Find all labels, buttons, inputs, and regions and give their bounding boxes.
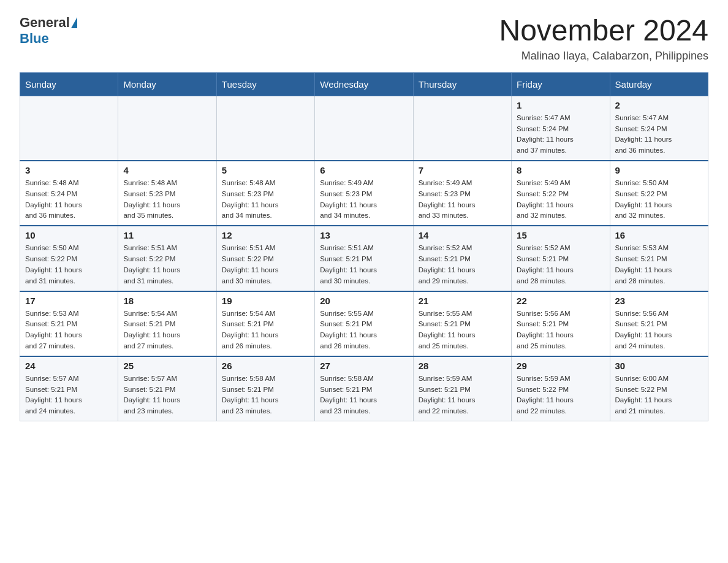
calendar-table: SundayMondayTuesdayWednesdayThursdayFrid…: [20, 72, 708, 421]
calendar-cell: 18Sunrise: 5:54 AM Sunset: 5:21 PM Dayli…: [118, 291, 216, 356]
day-info: Sunrise: 5:59 AM Sunset: 5:22 PM Dayligh…: [517, 373, 604, 417]
day-info: Sunrise: 5:50 AM Sunset: 5:22 PM Dayligh…: [25, 243, 113, 286]
day-number: 8: [517, 165, 604, 175]
day-number: 1: [517, 100, 604, 110]
day-number: 29: [517, 361, 604, 371]
calendar-week-row: 3Sunrise: 5:48 AM Sunset: 5:24 PM Daylig…: [20, 161, 708, 226]
calendar-cell: 3Sunrise: 5:48 AM Sunset: 5:24 PM Daylig…: [20, 161, 118, 226]
day-number: 24: [25, 361, 113, 371]
day-number: 5: [222, 165, 309, 175]
calendar-week-row: 10Sunrise: 5:50 AM Sunset: 5:22 PM Dayli…: [20, 226, 708, 291]
calendar-cell: 7Sunrise: 5:49 AM Sunset: 5:23 PM Daylig…: [413, 161, 511, 226]
day-info: Sunrise: 5:49 AM Sunset: 5:23 PM Dayligh…: [419, 178, 506, 221]
day-info: Sunrise: 5:51 AM Sunset: 5:21 PM Dayligh…: [320, 243, 408, 286]
day-number: 11: [123, 230, 211, 240]
day-info: Sunrise: 5:56 AM Sunset: 5:21 PM Dayligh…: [615, 308, 703, 352]
day-number: 19: [222, 296, 309, 306]
day-number: 12: [222, 230, 309, 240]
day-number: 3: [25, 165, 113, 175]
page-header: General Blue November 2024 Malinao Ilaya…: [20, 15, 708, 63]
calendar-cell: [20, 96, 118, 161]
day-info: Sunrise: 5:57 AM Sunset: 5:21 PM Dayligh…: [25, 373, 113, 417]
calendar-cell: 6Sunrise: 5:49 AM Sunset: 5:23 PM Daylig…: [315, 161, 413, 226]
day-info: Sunrise: 5:51 AM Sunset: 5:22 PM Dayligh…: [222, 243, 309, 286]
calendar-cell: 10Sunrise: 5:50 AM Sunset: 5:22 PM Dayli…: [20, 226, 118, 291]
day-number: 18: [123, 296, 211, 306]
day-number: 23: [615, 296, 703, 306]
day-info: Sunrise: 5:59 AM Sunset: 5:21 PM Dayligh…: [419, 373, 506, 417]
day-info: Sunrise: 5:53 AM Sunset: 5:21 PM Dayligh…: [615, 243, 703, 286]
weekday-header-wednesday: Wednesday: [315, 72, 413, 96]
calendar-week-row: 17Sunrise: 5:53 AM Sunset: 5:21 PM Dayli…: [20, 291, 708, 356]
calendar-cell: 16Sunrise: 5:53 AM Sunset: 5:21 PM Dayli…: [610, 226, 708, 291]
calendar-cell: 23Sunrise: 5:56 AM Sunset: 5:21 PM Dayli…: [610, 291, 708, 356]
calendar-body: 1Sunrise: 5:47 AM Sunset: 5:24 PM Daylig…: [20, 96, 708, 421]
day-number: 17: [25, 296, 113, 306]
day-info: Sunrise: 5:47 AM Sunset: 5:24 PM Dayligh…: [517, 113, 604, 156]
day-info: Sunrise: 5:48 AM Sunset: 5:23 PM Dayligh…: [123, 178, 211, 221]
weekday-header-saturday: Saturday: [610, 72, 708, 96]
weekday-header-monday: Monday: [118, 72, 216, 96]
logo-triangle-icon: [71, 17, 77, 28]
day-info: Sunrise: 5:47 AM Sunset: 5:24 PM Dayligh…: [615, 113, 703, 156]
weekday-header-thursday: Thursday: [413, 72, 511, 96]
calendar-cell: 5Sunrise: 5:48 AM Sunset: 5:23 PM Daylig…: [216, 161, 314, 226]
day-number: 9: [615, 165, 703, 175]
calendar-cell: 2Sunrise: 5:47 AM Sunset: 5:24 PM Daylig…: [610, 96, 708, 161]
month-title: November 2024: [499, 15, 708, 47]
day-info: Sunrise: 5:55 AM Sunset: 5:21 PM Dayligh…: [419, 308, 506, 352]
day-number: 30: [615, 361, 703, 371]
day-number: 15: [517, 230, 604, 240]
calendar-cell: 11Sunrise: 5:51 AM Sunset: 5:22 PM Dayli…: [118, 226, 216, 291]
calendar-cell: 25Sunrise: 5:57 AM Sunset: 5:21 PM Dayli…: [118, 356, 216, 421]
day-info: Sunrise: 6:00 AM Sunset: 5:22 PM Dayligh…: [615, 373, 703, 417]
calendar-cell: 8Sunrise: 5:49 AM Sunset: 5:22 PM Daylig…: [512, 161, 610, 226]
calendar-cell: 20Sunrise: 5:55 AM Sunset: 5:21 PM Dayli…: [315, 291, 413, 356]
day-number: 16: [615, 230, 703, 240]
day-number: 4: [123, 165, 211, 175]
calendar-week-row: 24Sunrise: 5:57 AM Sunset: 5:21 PM Dayli…: [20, 356, 708, 421]
location-subtitle: Malinao Ilaya, Calabarzon, Philippines: [499, 50, 708, 63]
day-info: Sunrise: 5:48 AM Sunset: 5:24 PM Dayligh…: [25, 178, 113, 221]
day-info: Sunrise: 5:57 AM Sunset: 5:21 PM Dayligh…: [123, 373, 211, 417]
calendar-cell: 19Sunrise: 5:54 AM Sunset: 5:21 PM Dayli…: [216, 291, 314, 356]
calendar-cell: 29Sunrise: 5:59 AM Sunset: 5:22 PM Dayli…: [512, 356, 610, 421]
calendar-cell: 13Sunrise: 5:51 AM Sunset: 5:21 PM Dayli…: [315, 226, 413, 291]
day-number: 7: [419, 165, 506, 175]
day-info: Sunrise: 5:52 AM Sunset: 5:21 PM Dayligh…: [517, 243, 604, 286]
calendar-cell: [315, 96, 413, 161]
calendar-cell: 27Sunrise: 5:58 AM Sunset: 5:21 PM Dayli…: [315, 356, 413, 421]
day-info: Sunrise: 5:58 AM Sunset: 5:21 PM Dayligh…: [320, 373, 408, 417]
calendar-cell: [118, 96, 216, 161]
day-number: 6: [320, 165, 408, 175]
calendar-cell: 26Sunrise: 5:58 AM Sunset: 5:21 PM Dayli…: [216, 356, 314, 421]
day-info: Sunrise: 5:51 AM Sunset: 5:22 PM Dayligh…: [123, 243, 211, 286]
calendar-cell: 22Sunrise: 5:56 AM Sunset: 5:21 PM Dayli…: [512, 291, 610, 356]
calendar-week-row: 1Sunrise: 5:47 AM Sunset: 5:24 PM Daylig…: [20, 96, 708, 161]
day-info: Sunrise: 5:54 AM Sunset: 5:21 PM Dayligh…: [123, 308, 211, 352]
calendar-cell: 1Sunrise: 5:47 AM Sunset: 5:24 PM Daylig…: [512, 96, 610, 161]
calendar-cell: 12Sunrise: 5:51 AM Sunset: 5:22 PM Dayli…: [216, 226, 314, 291]
day-info: Sunrise: 5:55 AM Sunset: 5:21 PM Dayligh…: [320, 308, 408, 352]
calendar-cell: 9Sunrise: 5:50 AM Sunset: 5:22 PM Daylig…: [610, 161, 708, 226]
day-info: Sunrise: 5:53 AM Sunset: 5:21 PM Dayligh…: [25, 308, 113, 352]
logo-blue-text: Blue: [20, 31, 49, 46]
calendar-cell: [216, 96, 314, 161]
logo-general-text: General: [20, 15, 70, 31]
weekday-header-sunday: Sunday: [20, 72, 118, 96]
day-number: 14: [419, 230, 506, 240]
day-info: Sunrise: 5:56 AM Sunset: 5:21 PM Dayligh…: [517, 308, 604, 352]
day-number: 10: [25, 230, 113, 240]
calendar-cell: 30Sunrise: 6:00 AM Sunset: 5:22 PM Dayli…: [610, 356, 708, 421]
calendar-cell: 14Sunrise: 5:52 AM Sunset: 5:21 PM Dayli…: [413, 226, 511, 291]
day-number: 22: [517, 296, 604, 306]
day-number: 28: [419, 361, 506, 371]
day-info: Sunrise: 5:50 AM Sunset: 5:22 PM Dayligh…: [615, 178, 703, 221]
calendar-header: SundayMondayTuesdayWednesdayThursdayFrid…: [20, 72, 708, 96]
day-number: 2: [615, 100, 703, 110]
weekday-header-tuesday: Tuesday: [216, 72, 314, 96]
day-number: 25: [123, 361, 211, 371]
calendar-cell: 15Sunrise: 5:52 AM Sunset: 5:21 PM Dayli…: [512, 226, 610, 291]
calendar-cell: 4Sunrise: 5:48 AM Sunset: 5:23 PM Daylig…: [118, 161, 216, 226]
weekday-header-row: SundayMondayTuesdayWednesdayThursdayFrid…: [20, 72, 708, 96]
